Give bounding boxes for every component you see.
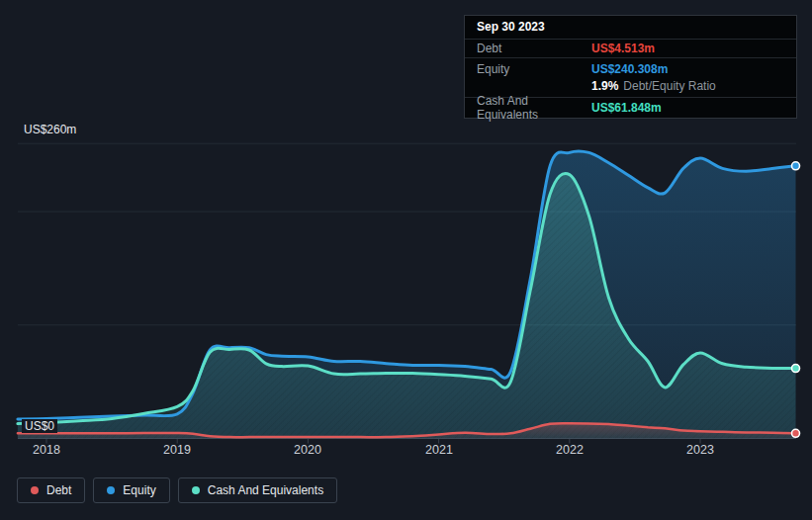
tooltip-debt-row: Debt US$4.513m [465,40,796,58]
y-axis-max-label: US$260m [24,123,76,136]
x-tick-2021: 2021 [417,443,461,457]
x-tick-2019: 2019 [155,443,199,457]
legend-item-equity[interactable]: Equity [93,477,169,503]
legend-equity-label: Equity [123,483,155,497]
debt-endpoint-marker[interactable] [792,429,800,437]
x-tick-2018: 2018 [25,443,68,457]
tooltip-cash-label: Cash And Equivalents [465,94,591,122]
x-tick-2020: 2020 [286,443,329,457]
tooltip-debt-label: Debt [465,42,591,55]
x-tick-2022: 2022 [548,443,591,457]
tooltip-ratio: 1.9%Debt/Equity Ratio [591,79,716,93]
tooltip-cash-value: US$61.848m [591,101,662,115]
cash-endpoint-marker[interactable] [792,365,800,373]
tooltip-equity-value: US$240.308m [591,62,668,76]
legend-item-cash[interactable]: Cash And Equivalents [178,477,337,503]
legend-cash-label: Cash And Equivalents [208,483,323,497]
chart-tooltip: Sep 30 2023 Debt US$4.513m Equity US$240… [464,15,797,119]
tooltip-date: Sep 30 2023 [465,16,796,40]
tooltip-cash-row: Cash And Equivalents US$61.848m [465,98,796,118]
tooltip-ratio-value: 1.9% [591,79,618,93]
tooltip-ratio-label: Debt/Equity Ratio [623,79,715,93]
debt-equity-history-chart[interactable] [18,140,796,445]
tooltip-equity-label: Equity [465,62,591,76]
tooltip-equity-row: Equity US$240.308m [465,58,796,77]
y-axis-zero-label: US$0 [22,419,57,433]
debt-equity-chart-panel: Sep 30 2023 Debt US$4.513m Equity US$240… [0,0,812,520]
equity-series-dot-icon [107,486,115,494]
chart-legend: Debt Equity Cash And Equivalents [17,477,337,503]
x-tick-2023: 2023 [678,443,722,457]
tooltip-debt-value: US$4.513m [591,42,655,55]
legend-item-debt[interactable]: Debt [17,477,85,503]
cash-series-dot-icon [192,486,200,494]
legend-debt-label: Debt [46,483,71,497]
debt-series-dot-icon [31,486,39,494]
equity-endpoint-marker[interactable] [792,162,800,170]
